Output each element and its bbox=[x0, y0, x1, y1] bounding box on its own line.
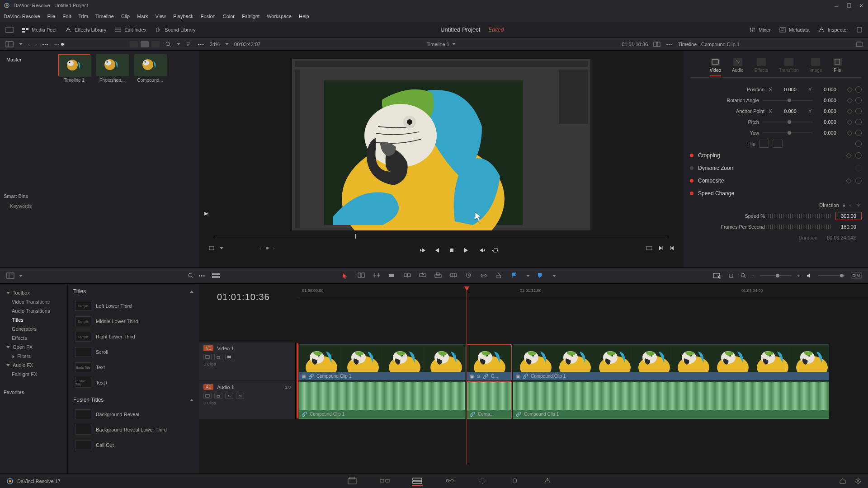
dim-button[interactable]: DIM bbox=[851, 272, 862, 279]
zoom-out-icon[interactable]: − bbox=[752, 273, 755, 278]
smart-bins-header[interactable]: Smart Bins bbox=[4, 192, 51, 201]
replace-clip-icon[interactable] bbox=[434, 272, 442, 279]
master-bin[interactable]: Master bbox=[4, 54, 51, 65]
expand-inspector-button[interactable] bbox=[856, 27, 863, 33]
fairlight-page-tab[interactable] bbox=[509, 477, 520, 486]
timeline-find-icon[interactable] bbox=[713, 272, 722, 279]
audio-clip[interactable]: 🔗Compound Clip 1 bbox=[298, 381, 466, 419]
position-x[interactable]: 0.000 bbox=[776, 87, 804, 92]
menu-timeline[interactable]: Timeline bbox=[95, 14, 114, 19]
fps-value[interactable]: 180.00 bbox=[835, 224, 862, 230]
snap-icon[interactable] bbox=[727, 272, 735, 279]
transform-overlay-icon[interactable] bbox=[208, 245, 215, 251]
lock-track-button[interactable] bbox=[214, 393, 222, 399]
dynamic-trim-icon[interactable] bbox=[373, 272, 381, 279]
stop-button[interactable] bbox=[449, 248, 457, 254]
effects-search-icon[interactable] bbox=[188, 272, 194, 279]
fusion-title-item[interactable]: Background Reveal Lower Third bbox=[73, 422, 193, 437]
volume-slider[interactable] bbox=[818, 275, 845, 276]
reset-icon[interactable] bbox=[855, 178, 862, 184]
pool-more-icon[interactable]: ••• bbox=[198, 42, 204, 47]
home-button[interactable] bbox=[839, 478, 846, 485]
bypass-fusion-icon[interactable] bbox=[203, 211, 209, 216]
viewer-more-icon[interactable]: ••• bbox=[666, 42, 673, 47]
blade-tool-icon[interactable] bbox=[388, 272, 396, 279]
timeline-caret[interactable] bbox=[452, 43, 456, 45]
fusion-title-item[interactable]: Call Out bbox=[73, 437, 193, 453]
pool-layout-icon[interactable] bbox=[5, 41, 14, 47]
metadata-view-icon[interactable] bbox=[130, 41, 138, 47]
match-frame-icon[interactable] bbox=[646, 245, 653, 251]
nav-back-icon[interactable]: ‹ bbox=[28, 42, 30, 47]
menu-edit[interactable]: Edit bbox=[62, 14, 71, 19]
lock-track-button[interactable] bbox=[214, 354, 222, 360]
a1-badge[interactable]: A1 bbox=[203, 384, 213, 390]
menu-trim[interactable]: Trim bbox=[78, 14, 88, 19]
direction-fwd-button[interactable]: » bbox=[843, 202, 845, 208]
project-settings-button[interactable] bbox=[854, 478, 862, 485]
overwrite-clip-icon[interactable] bbox=[419, 272, 427, 279]
marker-icon[interactable] bbox=[537, 272, 545, 279]
index-layout-icon[interactable] bbox=[6, 272, 14, 279]
minimize-button[interactable] bbox=[834, 3, 839, 8]
auto-select-button[interactable] bbox=[203, 393, 212, 399]
keyframe-icon[interactable] bbox=[846, 153, 852, 159]
search-timeline-icon[interactable] bbox=[740, 272, 746, 279]
menu-davinci[interactable]: DaVinci Resolve bbox=[4, 14, 40, 19]
menu-fairlight[interactable]: Fairlight bbox=[242, 14, 259, 19]
menu-file[interactable]: File bbox=[47, 14, 56, 19]
direction-reverse-button[interactable]: « bbox=[849, 202, 852, 208]
fusion-page-tab[interactable] bbox=[444, 477, 455, 486]
yaw-slider[interactable] bbox=[763, 132, 812, 133]
cropping-section[interactable]: Cropping bbox=[698, 152, 720, 159]
pitch-value[interactable]: 0.000 bbox=[816, 119, 844, 125]
reverse-button[interactable] bbox=[434, 248, 443, 254]
sort-icon[interactable] bbox=[186, 41, 192, 47]
title-item[interactable]: Basic TitleText bbox=[73, 360, 193, 375]
title-item[interactable]: Custom TitleText+ bbox=[73, 375, 193, 390]
reset-icon[interactable] bbox=[855, 141, 862, 147]
viewer-scrubber[interactable] bbox=[215, 233, 667, 239]
zoom-in-icon[interactable]: + bbox=[797, 273, 800, 278]
reset-icon[interactable] bbox=[855, 119, 862, 125]
audio-track-header[interactable]: A1Audio 12.0 S M 3 Clips bbox=[199, 381, 296, 419]
reset-icon[interactable] bbox=[855, 97, 862, 103]
video-transitions-tree[interactable]: Video Transitions bbox=[4, 297, 64, 306]
direction-freeze-button[interactable] bbox=[855, 202, 862, 208]
collapse-icon[interactable] bbox=[190, 399, 193, 401]
audio-clip[interactable]: 🔗Compound Clip 1 bbox=[513, 381, 829, 419]
menu-help[interactable]: Help bbox=[299, 14, 309, 19]
timeline-name[interactable]: Timeline 1 bbox=[427, 42, 449, 47]
pool-options-icon[interactable]: ••• bbox=[42, 42, 49, 47]
toolbox-tree[interactable]: Toolbox bbox=[4, 288, 64, 297]
fusion-title-item[interactable]: Background Reveal bbox=[73, 407, 193, 422]
collapse-icon[interactable] bbox=[190, 291, 193, 293]
reset-icon[interactable] bbox=[855, 152, 862, 159]
keyframe-icon[interactable] bbox=[847, 98, 853, 103]
cut-page-tab[interactable] bbox=[379, 477, 390, 486]
markout-next-icon[interactable]: › bbox=[273, 245, 275, 251]
flag-caret[interactable] bbox=[526, 275, 530, 277]
video-clip[interactable]: ▣🔗Compound Clip 1 bbox=[298, 344, 466, 380]
video-track-header[interactable]: V1Video 1 3 Clips bbox=[199, 343, 296, 380]
audiofx-tree[interactable]: Audio FX bbox=[4, 361, 64, 370]
media-item-timeline1[interactable]: Timeline 1 bbox=[58, 54, 90, 264]
next-edit-icon[interactable] bbox=[658, 245, 664, 251]
position-y[interactable]: 0.000 bbox=[816, 87, 844, 92]
reset-icon[interactable] bbox=[855, 108, 862, 114]
video-clip-selected[interactable]: ▣⊙🔗C... bbox=[467, 344, 512, 380]
retime-icon[interactable] bbox=[465, 272, 473, 279]
composite-section[interactable]: Composite bbox=[698, 178, 724, 184]
disable-video-button[interactable] bbox=[225, 354, 233, 360]
color-page-tab[interactable] bbox=[477, 477, 488, 486]
rotation-slider[interactable] bbox=[763, 100, 812, 101]
fairlightfx-tree[interactable]: Fairlight FX bbox=[4, 370, 64, 379]
menu-color[interactable]: Color bbox=[223, 14, 235, 19]
inspector-button[interactable]: Inspector bbox=[818, 27, 848, 33]
sound-library-button[interactable]: Sound Library bbox=[155, 27, 196, 33]
selection-tool-icon[interactable] bbox=[342, 272, 350, 279]
filters-tree[interactable]: Filters bbox=[4, 352, 64, 361]
audio-transitions-tree[interactable]: Audio Transitions bbox=[4, 306, 64, 315]
rotation-value[interactable]: 0.000 bbox=[816, 98, 844, 103]
title-item[interactable]: SampleMiddle Lower Third bbox=[73, 314, 193, 329]
